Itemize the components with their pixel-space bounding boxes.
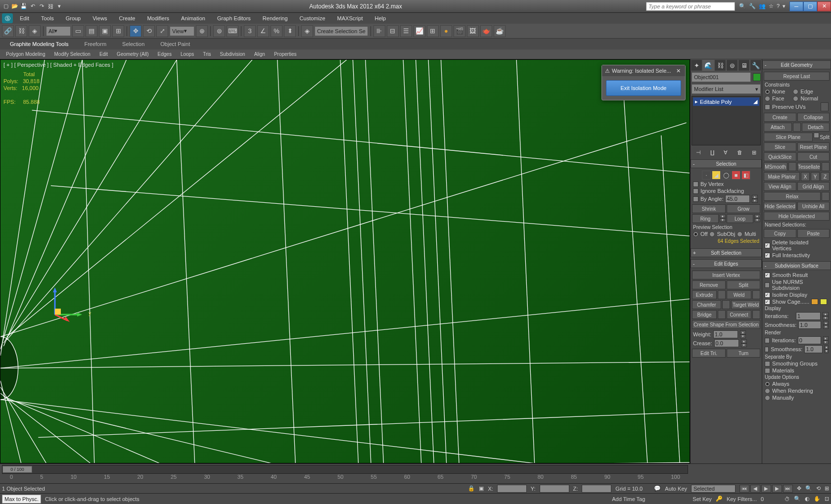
close-button[interactable]: ✕ (817, 1, 831, 11)
scale-icon[interactable]: ⤢ (156, 25, 168, 37)
edit-named-sel-icon[interactable]: ◈ (301, 25, 313, 37)
menu-animation[interactable]: Animation (176, 14, 210, 23)
menu-modifiers[interactable]: Modifiers (142, 14, 174, 23)
render-frame-icon[interactable]: 🖼 (467, 25, 479, 37)
planar-z-button[interactable]: Z (821, 172, 830, 181)
vertex-subobj-icon[interactable]: · (702, 171, 711, 180)
nav-max2-icon[interactable]: ⊡ (825, 496, 829, 502)
unlink-icon[interactable]: ⛓ (15, 25, 27, 37)
shrink-button[interactable]: Shrink (692, 204, 726, 213)
play-icon[interactable]: ▶ (761, 485, 771, 493)
connect-settings-button[interactable] (752, 310, 760, 319)
link-icon[interactable]: 🔗 (2, 25, 14, 37)
render-smooth-checkbox[interactable] (765, 347, 769, 352)
weight-spinner[interactable]: 1.0 (713, 330, 738, 338)
element-subobj-icon[interactable]: ◧ (741, 171, 750, 180)
relax-button[interactable]: Relax (764, 192, 821, 201)
unhide-all-button[interactable]: Unhide All (797, 202, 830, 211)
minimize-button[interactable]: ─ (789, 1, 803, 11)
binoculars-icon[interactable]: 🔍 (739, 3, 746, 9)
keymode-icon[interactable]: ⌨ (227, 25, 238, 37)
cage-color2[interactable] (820, 299, 827, 305)
snap-icon[interactable]: 3 (244, 25, 256, 37)
bind-icon[interactable]: ◈ (29, 25, 41, 37)
motion-tab-icon[interactable]: ⊚ (726, 59, 738, 71)
weld-button[interactable]: Weld (727, 290, 751, 299)
isolate-icon[interactable]: ▣ (479, 485, 484, 492)
menu-help[interactable]: Help (370, 14, 391, 23)
grow-button[interactable]: Grow (727, 204, 760, 213)
ribbon-tab-selection[interactable]: Selection (116, 40, 150, 48)
attach-list-button[interactable] (793, 123, 801, 132)
select-icon[interactable]: ▭ (72, 25, 84, 37)
rb-polymodel[interactable]: Polygon Modeling (2, 50, 49, 58)
remove-button[interactable]: Remove (692, 280, 726, 289)
key-icon2[interactable]: 🔑 (716, 496, 723, 502)
maxscript-listener[interactable]: Max to Physc. (2, 495, 41, 504)
delete-isolated-checkbox[interactable] (765, 243, 770, 248)
create-shape-button[interactable]: Create Shape From Selection (692, 320, 760, 329)
selection-rollout-header[interactable]: Selection (691, 159, 762, 168)
split-button[interactable]: Split (727, 280, 760, 289)
hide-unselected-button[interactable]: Hide Unselected (764, 212, 830, 221)
center-icon[interactable]: ⊕ (196, 25, 208, 37)
add-time-tag-button[interactable]: Add Time Tag (612, 496, 645, 502)
create-tab-icon[interactable]: ✦ (691, 59, 702, 71)
qat-link-icon[interactable]: ⛓ (46, 2, 54, 10)
named-sel-dropdown[interactable]: Create Selection Se (315, 26, 368, 36)
select-region-icon[interactable]: ▣ (99, 25, 111, 37)
attach-button[interactable]: Attach (764, 123, 792, 132)
utilities-tab-icon[interactable]: 🔧 (750, 59, 762, 71)
tessellate-settings[interactable] (822, 162, 830, 171)
msmooth-button[interactable]: MSmooth (764, 162, 787, 171)
rb-subdiv[interactable]: Subdivision (216, 50, 249, 58)
edit-tri-button[interactable]: Edit Tri. (692, 349, 726, 358)
rotate-icon[interactable]: ⟲ (143, 25, 155, 37)
render-icon[interactable]: 🫖 (480, 25, 492, 37)
loop-button[interactable]: Loop (727, 214, 753, 223)
nav-orbit-icon[interactable]: ⟲ (816, 485, 821, 492)
view-align-button[interactable]: View Align (764, 182, 796, 191)
menu-grapheditors[interactable]: Graph Editors (212, 14, 256, 23)
layers-icon[interactable]: ☰ (400, 25, 412, 37)
lock-icon[interactable]: 🔒 (468, 485, 475, 492)
edge-subobj-icon[interactable]: ◢ (712, 171, 721, 180)
grid-align-button[interactable]: Grid Align (797, 182, 830, 191)
bridge-button[interactable]: Bridge (692, 310, 717, 319)
make-planar-button[interactable]: Make Planar (764, 172, 800, 181)
paste-namedsel-button[interactable]: Paste (797, 229, 830, 238)
chamfer-settings-button[interactable] (722, 300, 730, 309)
stack-editable-poly[interactable]: ▸ Editable Poly◢ (693, 97, 759, 106)
preserve-uvs-settings[interactable] (821, 102, 829, 111)
modifier-list-dropdown[interactable]: Modifier List▾ (692, 84, 761, 94)
goto-end-icon[interactable]: ⏭ (783, 485, 793, 493)
menu-rendering[interactable]: Rendering (258, 14, 293, 23)
y-coord-field[interactable] (540, 485, 569, 493)
comm-icon[interactable]: 💬 (654, 485, 661, 492)
object-color-swatch[interactable] (753, 73, 761, 81)
render-iter-spinner[interactable]: 0 (798, 336, 821, 344)
move-icon[interactable]: ✥ (130, 25, 141, 37)
by-angle-checkbox[interactable] (693, 196, 698, 202)
help-search-input[interactable] (646, 2, 735, 11)
warning-close-button[interactable]: ✕ (674, 68, 682, 74)
selection-filter-dropdown[interactable]: All ▾ (46, 26, 71, 36)
quickslice-button[interactable]: QuickSlice (764, 152, 796, 161)
target-weld-button[interactable]: Target Weld (731, 300, 760, 309)
rb-geometry[interactable]: Geometry (All) (113, 50, 152, 58)
comm-icon[interactable]: 👥 (759, 3, 766, 9)
ribbon-tab-freeform[interactable]: Freeform (78, 40, 112, 48)
align-icon[interactable]: ⊟ (387, 25, 399, 37)
rb-align[interactable]: Align (250, 50, 269, 58)
hide-selected-button[interactable]: Hide Selected (764, 202, 796, 211)
nav-max-icon[interactable]: ⊞ (825, 485, 829, 492)
menu-maxscript[interactable]: MAXScript (332, 14, 368, 23)
preview-subobj-radio[interactable] (709, 231, 715, 237)
hierarchy-tab-icon[interactable]: ⛓ (714, 59, 726, 71)
relax-settings[interactable] (822, 192, 830, 201)
ribbon-tab-graphite[interactable]: Graphite Modeling Tools (4, 40, 74, 48)
qat-dropdown-icon[interactable]: ▾ (55, 2, 63, 10)
split-checkbox[interactable] (814, 133, 819, 138)
rb-properties[interactable]: Properties (270, 50, 301, 58)
sep-materials-checkbox[interactable] (765, 368, 770, 373)
